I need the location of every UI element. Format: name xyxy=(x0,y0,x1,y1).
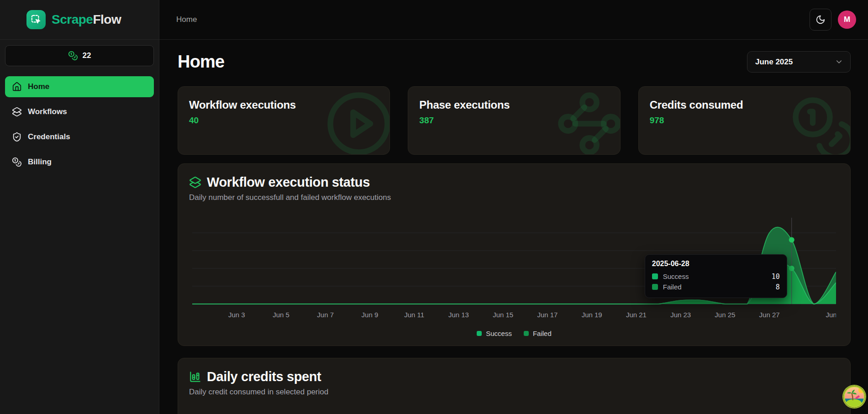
page-head: Home June 2025 xyxy=(178,51,851,73)
svg-text:Jun 30: Jun 30 xyxy=(826,311,836,319)
svg-text:Jun 13: Jun 13 xyxy=(448,311,469,319)
period-select-value: June 2025 xyxy=(755,58,793,67)
logo[interactable]: ScrapeFlow xyxy=(0,0,159,40)
failed-swatch xyxy=(524,331,529,336)
play-circle-icon xyxy=(325,89,390,155)
legend-item-success[interactable]: Success xyxy=(477,330,512,337)
scrapeflow-logo-icon xyxy=(26,10,46,29)
chart-legend: Success Failed xyxy=(189,327,839,339)
svg-text:Jun 27: Jun 27 xyxy=(759,311,780,319)
period-select[interactable]: June 2025 xyxy=(747,51,851,73)
stat-card-phase-executions: Phase executions 387 xyxy=(408,86,620,155)
sidebar-item-label: Credentials xyxy=(28,132,70,141)
waypoints-icon xyxy=(555,89,621,155)
sidebar-item-home[interactable]: Home xyxy=(5,76,154,97)
execution-chart[interactable]: Jun 3Jun 5Jun 7Jun 9Jun 11Jun 13Jun 15Ju… xyxy=(189,215,839,325)
main-area: Home M Home June 2025 Work xyxy=(159,0,868,414)
logo-text-secondary: Flow xyxy=(93,12,121,26)
tooltip-row-success: Success 10 xyxy=(652,271,780,282)
credits-badge[interactable]: 22 xyxy=(5,45,154,66)
shield-check-icon xyxy=(12,132,22,142)
page-content: Home June 2025 Workflow executions 40 Ph… xyxy=(159,40,868,414)
stat-card-credits-consumed: Credits consumed 978 xyxy=(638,86,851,155)
coins-icon xyxy=(68,51,78,61)
sidebar-body: 22 Home Workflows xyxy=(0,40,159,182)
layers-icon xyxy=(189,176,201,189)
svg-text:Jun 25: Jun 25 xyxy=(715,311,735,319)
sidebar-item-billing[interactable]: Billing xyxy=(5,152,154,173)
coins-icon xyxy=(12,157,22,167)
tooltip-date: 2025-06-28 xyxy=(652,260,780,268)
svg-text:Jun 17: Jun 17 xyxy=(537,311,558,319)
svg-text:Jun 3: Jun 3 xyxy=(228,311,245,319)
card-header: Workflow execution status xyxy=(189,175,839,190)
svg-text:Jun 5: Jun 5 xyxy=(273,311,289,319)
coins-icon xyxy=(790,94,851,155)
card-header: Daily credits spent xyxy=(189,369,839,384)
sidebar-item-label: Billing xyxy=(28,157,52,167)
svg-text:Jun 23: Jun 23 xyxy=(670,311,691,319)
avatar[interactable]: M xyxy=(838,10,856,29)
chevron-down-icon xyxy=(835,58,843,66)
chart-column-stacked-icon xyxy=(189,371,201,383)
chart-title: Daily credits spent xyxy=(207,369,321,384)
execution-status-card: Workflow execution status Daily number o… xyxy=(178,163,851,346)
topbar-actions: M xyxy=(810,9,856,31)
svg-text:Jun 7: Jun 7 xyxy=(317,311,334,319)
house-icon xyxy=(12,82,22,92)
success-swatch xyxy=(477,331,482,336)
sidebar-item-workflows[interactable]: Workflows xyxy=(5,101,154,122)
failed-swatch xyxy=(652,284,658,290)
island-icon xyxy=(843,386,865,408)
legend-item-failed[interactable]: Failed xyxy=(524,330,552,337)
stat-cards: Workflow executions 40 Phase executions … xyxy=(178,86,851,155)
logo-text-primary: Scrape xyxy=(52,12,93,26)
moon-icon xyxy=(815,15,826,25)
logo-text: ScrapeFlow xyxy=(52,12,121,27)
tooltip-row-failed: Failed 8 xyxy=(652,282,780,292)
svg-text:Jun 19: Jun 19 xyxy=(582,311,602,319)
chart-title: Workflow execution status xyxy=(207,175,370,190)
svg-text:Jun 11: Jun 11 xyxy=(404,311,424,319)
daily-credits-card: Daily credits spent Daily credit consume… xyxy=(178,358,851,414)
chart-subtitle: Daily number of successfull and failed w… xyxy=(189,193,839,202)
sidebar: ScrapeFlow 22 Home xyxy=(0,0,159,414)
credits-count: 22 xyxy=(83,51,91,60)
chart-tooltip: 2025-06-28 Success 10 Failed 8 xyxy=(645,254,787,298)
svg-text:Jun 21: Jun 21 xyxy=(626,311,647,319)
sidebar-item-credentials[interactable]: Credentials xyxy=(5,126,154,147)
chart-subtitle: Daily credit consumed in selected period xyxy=(189,388,839,397)
layers-icon xyxy=(12,107,22,117)
stat-card-workflow-executions: Workflow executions 40 xyxy=(178,86,390,155)
success-swatch xyxy=(652,273,658,279)
app-root: ScrapeFlow 22 Home xyxy=(0,0,868,414)
svg-text:Jun 9: Jun 9 xyxy=(362,311,379,319)
page-title: Home xyxy=(178,52,224,72)
theme-toggle-button[interactable] xyxy=(810,9,831,31)
island-badge[interactable] xyxy=(843,386,865,408)
sidebar-item-label: Workflows xyxy=(28,107,67,116)
svg-text:Jun 15: Jun 15 xyxy=(493,311,513,319)
sidebar-item-label: Home xyxy=(28,82,49,91)
topbar: Home M xyxy=(159,0,868,40)
breadcrumb: Home xyxy=(176,15,197,24)
